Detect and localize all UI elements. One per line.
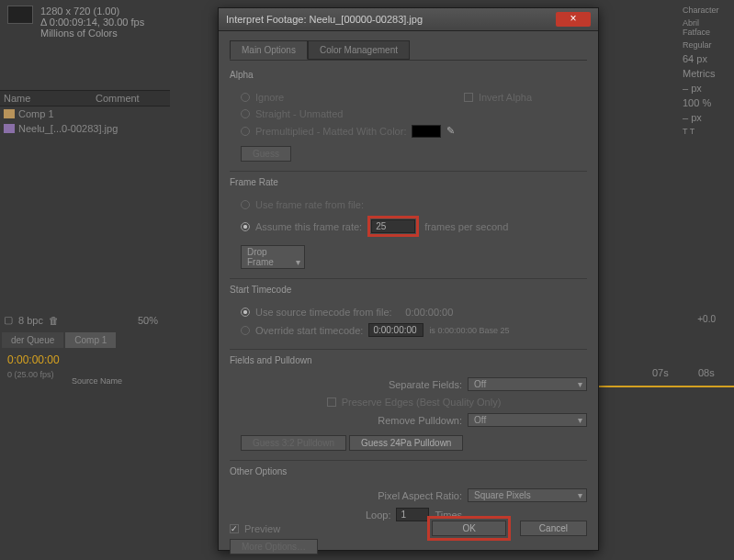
- font-family[interactable]: Abril Fatface: [681, 17, 730, 39]
- start-timecode-title: Start Timecode: [230, 285, 587, 295]
- exposure[interactable]: +0.0: [697, 314, 716, 324]
- leading[interactable]: – px: [683, 83, 702, 94]
- guess-32-button: Guess 3:2 Pulldown: [241, 435, 346, 451]
- project-item-footage[interactable]: Neelu_[...0-00283].jpg: [0, 121, 170, 136]
- trash-icon[interactable]: 🗑: [49, 315, 59, 326]
- tick: 08s: [698, 367, 715, 378]
- drop-frame-dropdown: Drop Frame: [241, 245, 305, 269]
- project-panel: Name Comment Comp 1 Neelu_[...0-00283].j…: [0, 90, 170, 136]
- close-button[interactable]: ×: [556, 12, 591, 27]
- cancel-button[interactable]: Cancel: [520, 521, 587, 536]
- baseline[interactable]: – px: [683, 112, 702, 123]
- character-panel: Character Abril Fatface Regular 64 px Me…: [677, 0, 734, 184]
- separate-fields-label: Separate Fields:: [389, 379, 462, 390]
- bpc-button[interactable]: 8 bpc: [18, 315, 43, 326]
- remove-pulldown-label: Remove Pulldown:: [378, 415, 462, 426]
- other-section-title: Other Options: [230, 466, 587, 476]
- more-options-button: More Options…: [230, 539, 318, 554]
- framerate-highlight: [367, 216, 419, 237]
- col-comment[interactable]: Comment: [96, 93, 140, 104]
- panel-title: Character: [681, 4, 730, 17]
- ok-button[interactable]: OK: [432, 521, 505, 536]
- zoom-value[interactable]: 50%: [138, 315, 158, 326]
- tab-main-options[interactable]: Main Options: [230, 40, 308, 60]
- par-dropdown[interactable]: Square Pixels: [468, 488, 587, 502]
- check-invert-alpha: Invert Alpha: [464, 89, 532, 106]
- folder-button[interactable]: ▢: [4, 314, 13, 326]
- colors-text: Millions of Colors: [40, 28, 144, 39]
- eyedropper-icon: ✎: [446, 125, 459, 138]
- guess-alpha-button: Guess: [241, 146, 291, 162]
- source-name-header: Source Name: [72, 376, 122, 386]
- matte-color-swatch: [412, 125, 441, 138]
- scale[interactable]: 100 %: [683, 97, 711, 108]
- font-style[interactable]: Regular: [681, 39, 730, 51]
- radio-assume-rate[interactable]: Assume this frame rate: frames per secon…: [241, 213, 587, 240]
- ok-highlight: OK: [427, 516, 510, 541]
- radio-override-tc[interactable]: Override start timecode: is 0:00:00:00 B…: [241, 320, 587, 340]
- guess-24pa-button[interactable]: Guess 24Pa Pulldown: [349, 435, 463, 451]
- col-name[interactable]: Name: [4, 93, 96, 104]
- framerate-input[interactable]: [371, 219, 415, 233]
- app-background: 1280 x 720 (1.00) Δ 0:00:09:14, 30.00 fp…: [0, 0, 734, 560]
- par-label: Pixel Aspect Ratio:: [378, 490, 462, 501]
- tab-color-management[interactable]: Color Management: [308, 40, 410, 60]
- footage-thumbnail: [7, 6, 33, 24]
- radio-use-source-tc[interactable]: Use source timecode from file: 0:00:00:0…: [241, 304, 587, 320]
- interpret-footage-dialog: Interpret Footage: Neelu_[00000-00283].j…: [218, 7, 599, 551]
- radio-straight: Straight - Unmatted: [241, 106, 587, 122]
- preview-checkbox[interactable]: Preview: [230, 521, 280, 537]
- preserve-edges-check: [327, 398, 336, 407]
- font-size[interactable]: 64 px: [683, 53, 707, 64]
- footage-icon: [4, 124, 15, 133]
- fields-section-title: Fields and Pulldown: [230, 355, 587, 365]
- tab-render-queue[interactable]: der Queue: [2, 332, 63, 348]
- dialog-titlebar[interactable]: Interpret Footage: Neelu_[00000-00283].j…: [219, 8, 598, 31]
- kerning[interactable]: Metrics: [683, 68, 715, 79]
- res-text: 1280 x 720 (1.00): [40, 6, 144, 17]
- radio-premultiplied: Premultiplied - Matted With Color:✎: [241, 122, 587, 140]
- separate-fields-dropdown[interactable]: Off: [468, 377, 587, 391]
- radio-ignore: Ignore: [241, 89, 284, 106]
- framerate-section-title: Frame Rate: [230, 177, 587, 187]
- footage-info: 1280 x 720 (1.00) Δ 0:00:09:14, 30.00 fp…: [7, 6, 144, 39]
- dialog-title-text: Interpret Footage: Neelu_[00000-00283].j…: [226, 14, 423, 25]
- project-item-comp[interactable]: Comp 1: [0, 106, 170, 121]
- radio-use-file-rate: Use frame rate from file:: [241, 196, 587, 213]
- footage-name: Neelu_[...0-00283].jpg: [18, 123, 118, 134]
- override-tc-input[interactable]: [368, 323, 423, 337]
- comp-icon: [4, 109, 15, 118]
- tick: 07s: [652, 367, 669, 378]
- alpha-section-title: Alpha: [230, 70, 587, 80]
- comp-name: Comp 1: [18, 108, 54, 119]
- dur-text: Δ 0:00:09:14, 30.00 fps: [40, 17, 144, 28]
- text-style[interactable]: T T: [681, 125, 730, 138]
- remove-pulldown-dropdown[interactable]: Off: [468, 413, 587, 427]
- tab-comp1[interactable]: Comp 1: [65, 332, 116, 348]
